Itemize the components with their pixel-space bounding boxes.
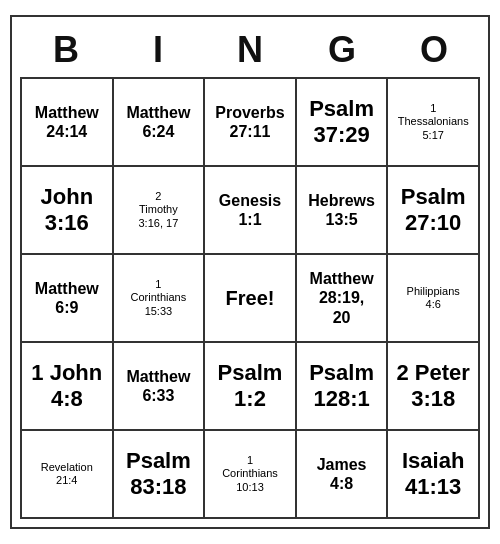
cell-content: Free! [209,286,291,310]
cell-content: 2 Peter3:18 [392,360,474,413]
cell-content: James4:8 [301,455,383,493]
bingo-cell: Psalm27:10 [388,167,480,255]
cell-content: Genesis1:1 [209,191,291,229]
bingo-cell: Genesis1:1 [205,167,297,255]
bingo-cell: James4:8 [297,431,389,519]
cell-content: 1 John4:8 [26,360,108,413]
cell-content: Philippians4:6 [392,285,474,311]
cell-content: 1Thessalonians5:17 [392,102,474,142]
bingo-cell: Free! [205,255,297,343]
cell-content: Matthew6:33 [118,367,200,405]
bingo-cell: 1 John4:8 [22,343,114,431]
cell-content: 1Corinthians10:13 [209,454,291,494]
bingo-cell: 1Corinthians10:13 [205,431,297,519]
bingo-cell: Philippians4:6 [388,255,480,343]
bingo-cell: Psalm37:29 [297,79,389,167]
cell-content: Psalm27:10 [392,184,474,237]
cell-content: Proverbs27:11 [209,103,291,141]
bingo-cell: Matthew6:9 [22,255,114,343]
bingo-cell: John3:16 [22,167,114,255]
cell-content: Matthew24:14 [26,103,108,141]
bingo-cell: Proverbs27:11 [205,79,297,167]
bingo-cell: Hebrews13:5 [297,167,389,255]
cell-content: John3:16 [26,184,108,237]
bingo-cell: 2 Peter3:18 [388,343,480,431]
cell-content: Matthew28:19,20 [301,269,383,327]
bingo-cell: Revelation21:4 [22,431,114,519]
bingo-grid: Matthew24:14Matthew6:24Proverbs27:11Psal… [20,77,480,519]
header-letter: O [388,25,480,75]
cell-content: Psalm37:29 [301,96,383,149]
bingo-cell: Matthew28:19,20 [297,255,389,343]
cell-content: Psalm1:2 [209,360,291,413]
cell-content: Psalm83:18 [118,448,200,501]
cell-content: Hebrews13:5 [301,191,383,229]
cell-content: Matthew6:24 [118,103,200,141]
bingo-cell: Matthew6:24 [114,79,206,167]
bingo-cell: Psalm83:18 [114,431,206,519]
header-letter: G [296,25,388,75]
bingo-cell: Matthew6:33 [114,343,206,431]
cell-content: Isaiah41:13 [392,448,474,501]
cell-content: Psalm128:1 [301,360,383,413]
bingo-cell: 1Corinthians15:33 [114,255,206,343]
bingo-cell: Isaiah41:13 [388,431,480,519]
cell-content: Revelation21:4 [26,461,108,487]
bingo-cell: Matthew24:14 [22,79,114,167]
header-letter: N [204,25,296,75]
bingo-cell: 2Timothy3:16, 17 [114,167,206,255]
header-letter: B [20,25,112,75]
bingo-cell: Psalm1:2 [205,343,297,431]
bingo-cell: 1Thessalonians5:17 [388,79,480,167]
header-letter: I [112,25,204,75]
cell-content: 2Timothy3:16, 17 [118,190,200,230]
cell-content: Matthew6:9 [26,279,108,317]
bingo-card: BINGO Matthew24:14Matthew6:24Proverbs27:… [10,15,490,529]
bingo-cell: Psalm128:1 [297,343,389,431]
cell-content: 1Corinthians15:33 [118,278,200,318]
bingo-header: BINGO [20,25,480,75]
